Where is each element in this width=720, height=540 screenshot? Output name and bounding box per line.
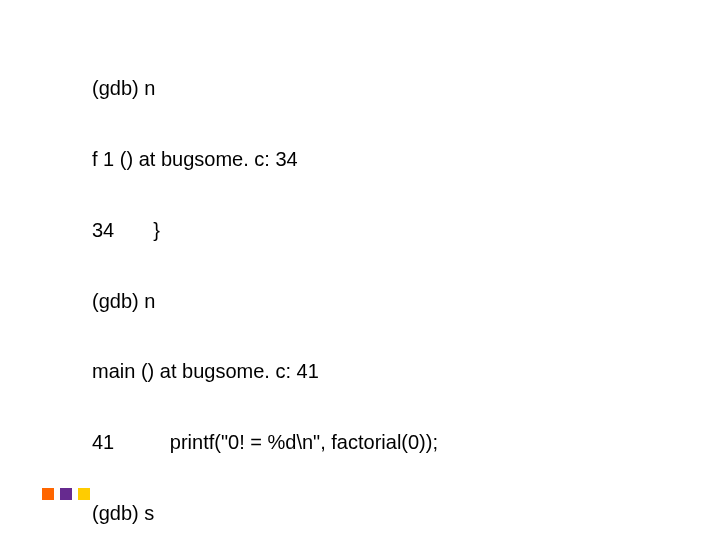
square-icon <box>60 488 72 500</box>
gdb-session-text: (gdb) n f 1 () at bugsome. c: 34 34 } (g… <box>92 30 438 540</box>
square-icon <box>78 488 90 500</box>
code-line: main () at bugsome. c: 41 <box>92 360 438 384</box>
decorative-dots <box>42 488 90 500</box>
code-line: (gdb) n <box>92 290 438 314</box>
code-line: 34 } <box>92 219 438 243</box>
slide-page: (gdb) n f 1 () at bugsome. c: 34 34 } (g… <box>0 0 720 540</box>
code-line: f 1 () at bugsome. c: 34 <box>92 148 438 172</box>
code-line: (gdb) n <box>92 77 438 101</box>
code-line: (gdb) s <box>92 502 438 526</box>
code-line: 41 printf("0! = %d\n", factorial(0)); <box>92 431 438 455</box>
square-icon <box>42 488 54 500</box>
